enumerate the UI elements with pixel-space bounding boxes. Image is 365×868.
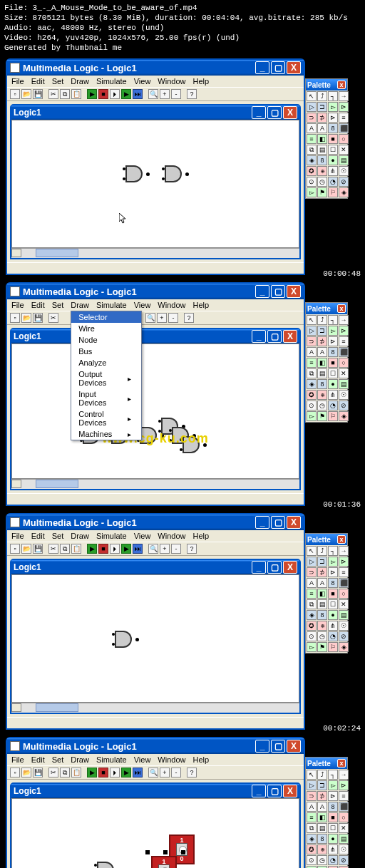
palette-window[interactable]: Palette x ↖⤴┐→▷⊐▻⊳⊃⊅⊳≡AA8⬛≡◧■○⧉▤☐✕◈8●▤✪⎈… [305,533,348,653]
menu-item-node[interactable]: Node [71,334,141,346]
tool-run-icon[interactable]: ▶ [87,544,97,554]
palette-tool-28[interactable]: ✪ [307,166,317,176]
tool-help-icon[interactable]: ? [187,768,197,777]
tool-cut-icon[interactable]: ✂ [48,313,58,323]
menu-item-output-devices[interactable]: Output Devices [71,368,141,388]
palette-tool-5[interactable]: ⊐ [317,326,327,336]
tool-zoomout-icon[interactable]: - [171,768,181,777]
menu-edit[interactable]: Edit [31,755,45,764]
palette-tool-4[interactable]: ▷ [307,557,317,567]
scroll-left-icon[interactable] [11,480,21,488]
menu-window[interactable]: Window [158,301,185,309]
palette-tool-12[interactable]: A [307,347,317,357]
palette-tool-21[interactable]: ▤ [317,368,327,378]
palette-tool-10[interactable]: ⊳ [328,113,338,123]
palette-tool-10[interactable]: ⊳ [328,567,338,577]
palette-tool-17[interactable]: ◧ [317,589,327,599]
palette-tool-9[interactable]: ⊅ [317,336,327,346]
palette-tool-7[interactable]: ⊳ [339,780,349,790]
palette-tool-4[interactable]: ▷ [307,780,317,790]
tool-zoomin-icon[interactable]: + [160,544,170,554]
menu-simulate[interactable]: Simulate [96,77,127,86]
menu-help[interactable]: Help [192,532,209,540]
titlebar[interactable]: Multimedia Logic - Logic1 _ ▢ X [7,738,304,754]
tool-end-icon[interactable]: ⏭ [133,544,143,554]
tool-zoomout-icon[interactable]: - [171,544,181,554]
tool-help-icon[interactable]: ? [187,89,197,99]
palette-tool-37[interactable]: ⚑ [317,411,327,421]
tool-zoomin-icon[interactable]: + [160,89,170,99]
palette-tool-18[interactable]: ■ [328,358,338,368]
menu-item-control-devices[interactable]: Control Devices [71,408,141,428]
palette-tool-39[interactable]: ◈ [339,187,349,197]
palette-tool-6[interactable]: ▻ [328,557,338,567]
tool-save-icon[interactable]: 💾 [33,89,43,99]
menu-help[interactable]: Help [192,77,209,86]
menu-set[interactable]: Set [52,755,64,764]
palette-tool-13[interactable]: A [317,578,327,588]
palette-tool-7[interactable]: ⊳ [339,557,349,567]
palette-tool-22[interactable]: ☐ [328,599,338,609]
palette-tool-32[interactable]: ⊙ [307,855,317,865]
menu-draw[interactable]: Draw [71,301,89,309]
tool-zoomout-icon[interactable]: - [171,89,181,99]
menu-file[interactable]: File [11,77,24,86]
palette-tool-35[interactable]: ⊘ [339,401,349,410]
palette-tool-31[interactable]: ☉ [339,621,349,631]
tool-new-icon[interactable]: ▫ [10,313,20,323]
palette-tool-17[interactable]: ◧ [317,358,327,368]
palette-tool-12[interactable]: A [307,578,317,588]
palette-tool-11[interactable]: ≡ [339,567,349,577]
menu-item-bus[interactable]: Bus [71,346,141,357]
tool-zoom-icon[interactable]: 🔍 [148,544,158,554]
selection-handle[interactable] [181,850,185,854]
menu-item-selector[interactable]: Selector [71,311,141,323]
palette-tool-6[interactable]: ▻ [328,780,338,790]
palette-tool-38[interactable]: ⚐ [328,411,338,421]
tool-run-icon[interactable]: ▶ [87,89,97,99]
palette-tool-24[interactable]: ◈ [307,610,317,620]
minimize-button[interactable]: _ [255,61,269,74]
scroll-left-icon[interactable] [11,249,21,257]
tool-zoom-icon[interactable]: 🔍 [148,768,158,777]
menu-help[interactable]: Help [192,755,209,764]
tool-open-icon[interactable]: 📂 [21,313,31,323]
palette-tool-4[interactable]: ▷ [307,326,317,336]
palette-tool-1[interactable]: ⤴ [317,91,327,101]
child-minimize-button[interactable]: _ [252,330,266,343]
palette-tool-36[interactable]: ▻ [307,411,317,421]
minimize-button[interactable]: _ [255,516,269,529]
palette-tool-30[interactable]: ⋔ [328,166,338,176]
palette-tool-5[interactable]: ⊐ [317,557,327,567]
palette-tool-8[interactable]: ⊃ [307,113,317,123]
palette-tool-18[interactable]: ■ [328,589,338,599]
child-maximize-button[interactable]: ▢ [267,330,282,343]
scroll-thumb[interactable] [36,249,78,257]
palette-tool-25[interactable]: 8 [317,155,327,165]
tool-run-icon[interactable]: ▶ [87,768,97,777]
toolbar[interactable]: ▫ 📂 💾 ✂ ⏭ 🔍 + - ? [7,311,304,325]
palette-tool-16[interactable]: ≡ [307,358,317,368]
palette-tool-20[interactable]: ⧉ [307,823,317,833]
palette-tool-3[interactable]: → [339,770,349,780]
palette-tool-38[interactable]: ⚐ [328,187,338,197]
palette-tool-8[interactable]: ⊃ [307,791,317,801]
tool-stop-icon[interactable]: ■ [98,89,108,99]
titlebar[interactable]: Multimedia Logic - Logic1 _ ▢ X [7,515,304,530]
palette-tool-15[interactable]: ⬛ [339,578,349,588]
tool-help-icon[interactable]: ? [187,544,197,554]
palette-tool-37[interactable]: ⚑ [317,642,327,652]
toolbar[interactable]: ▫ 📂 💾 ✂ ⧉ 📋 ▶ ■ ⏵ ▶ ⏭ 🔍 + - ? [7,87,304,101]
and-gate[interactable] [94,859,121,868]
switch-device[interactable]: 1 0 [151,856,177,868]
palette-tool-32[interactable]: ⊙ [307,177,317,187]
child-maximize-button[interactable]: ▢ [267,106,282,119]
palette-tool-1[interactable]: ⤴ [317,546,327,556]
menu-edit[interactable]: Edit [31,532,45,540]
palette-tool-34[interactable]: ◔ [328,177,338,187]
palette-tool-13[interactable]: A [317,802,327,812]
tool-paste-icon[interactable]: 📋 [71,768,81,777]
palette-tool-16[interactable]: ≡ [307,134,317,144]
palette-window[interactable]: Palette x ↖⤴┐→▷⊐▻⊳⊃⊅⊳≡AA8⬛≡◧■○⧉▤☐✕◈8●▤✪⎈… [305,757,348,868]
child-close-button[interactable]: X [283,785,297,797]
